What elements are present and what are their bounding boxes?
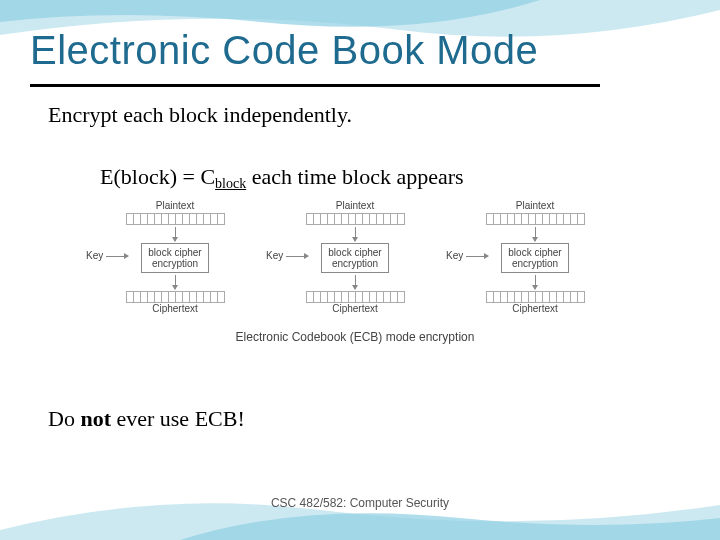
plaintext-label: Plaintext <box>156 200 194 211</box>
ciphertext-label: Ciphertext <box>152 303 198 314</box>
slide-title: Electronic Code Book Mode <box>30 28 538 73</box>
ciphertext-bits <box>306 291 405 303</box>
formula-rhs: each time block appears <box>246 164 463 189</box>
arrow-down-icon <box>535 275 536 289</box>
plaintext-label: Plaintext <box>336 200 374 211</box>
ciphertext-bits <box>126 291 225 303</box>
plaintext-label: Plaintext <box>516 200 554 211</box>
key-label: Key <box>86 250 103 261</box>
key-label: Key <box>266 250 283 261</box>
formula-text: E(block) = Cblock each time block appear… <box>100 164 464 190</box>
cipher-box: block cipherencryption <box>321 243 388 273</box>
arrow-right-icon <box>106 256 128 257</box>
arrow-down-icon <box>175 227 176 241</box>
arrow-down-icon <box>175 275 176 289</box>
ecb-diagram: Plaintext Key block cipherencryption Cip… <box>100 200 610 344</box>
diagram-caption: Electronic Codebook (ECB) mode encryptio… <box>100 330 610 344</box>
cipher-unit-1: Plaintext Key block cipherencryption Cip… <box>100 200 250 316</box>
arrow-down-icon <box>355 227 356 241</box>
formula-lhs: E(block) = C <box>100 164 215 189</box>
warning-text: Do not ever use ECB! <box>48 406 245 432</box>
decorative-wave-bottom <box>0 480 720 540</box>
title-rule <box>30 84 600 87</box>
formula-subscript: block <box>215 176 246 191</box>
arrow-right-icon <box>466 256 488 257</box>
cipher-unit-2: Plaintext Key block cipherencryption Cip… <box>280 200 430 316</box>
key-label: Key <box>446 250 463 261</box>
cipher-box: block cipherencryption <box>141 243 208 273</box>
arrow-down-icon <box>535 227 536 241</box>
intro-text: Encrypt each block independently. <box>48 102 352 128</box>
plaintext-bits <box>126 213 225 225</box>
plaintext-bits <box>306 213 405 225</box>
ciphertext-bits <box>486 291 585 303</box>
arrow-down-icon <box>355 275 356 289</box>
plaintext-bits <box>486 213 585 225</box>
cipher-unit-3: Plaintext Key block cipherencryption Cip… <box>460 200 610 316</box>
slide-footer: CSC 482/582: Computer Security <box>0 496 720 510</box>
arrow-right-icon <box>286 256 308 257</box>
ciphertext-label: Ciphertext <box>332 303 378 314</box>
ciphertext-label: Ciphertext <box>512 303 558 314</box>
cipher-box: block cipherencryption <box>501 243 568 273</box>
